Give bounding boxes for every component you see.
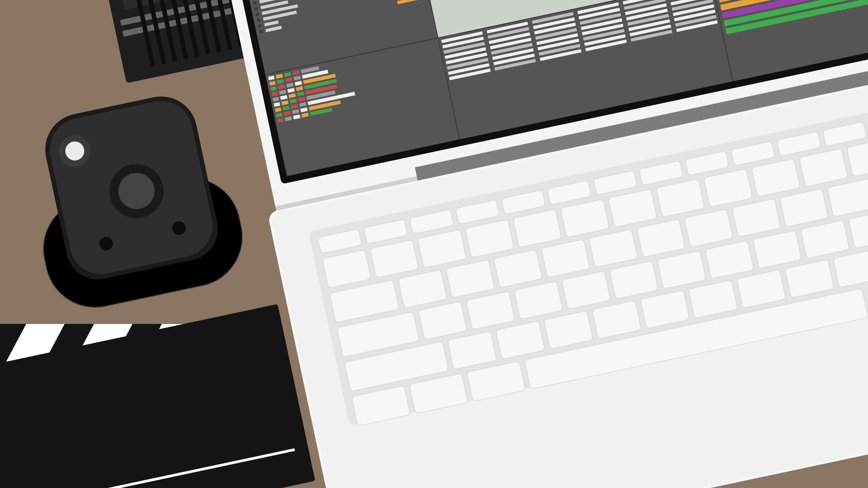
- illustration-scene: [0, 0, 868, 488]
- keyboard-key: [364, 219, 408, 244]
- laptop: [217, 0, 868, 488]
- keyboard-key: [465, 219, 514, 258]
- keyboard-key: [370, 239, 419, 278]
- keyboard-key: [608, 189, 657, 228]
- keyboard-key: [493, 249, 542, 288]
- keyboard-key: [685, 151, 729, 176]
- keyboard-key: [688, 280, 738, 319]
- keyboard-key: [514, 281, 563, 320]
- keyboard-key: [561, 271, 611, 309]
- keyboard-key: [446, 259, 495, 298]
- keyboard-key: [418, 301, 467, 340]
- keyboard-key: [799, 148, 848, 187]
- keyboard-key: [417, 229, 466, 268]
- keyboard-key: [513, 209, 562, 248]
- keyboard-key: [822, 122, 867, 147]
- keyboard-key: [684, 209, 733, 248]
- keyboard-key: [753, 230, 802, 269]
- keyboard-key: [447, 331, 497, 370]
- keyboard-key: [467, 361, 526, 402]
- keyboard-key: [318, 229, 362, 254]
- keyboard-key: [398, 269, 447, 308]
- keyboard-key: [833, 249, 868, 288]
- film-clapperboard: [0, 250, 327, 488]
- keyboard-key: [639, 160, 683, 186]
- keyboard-key: [827, 178, 868, 217]
- keyboard-key: [547, 180, 592, 205]
- keyboard-key: [779, 188, 829, 227]
- keyboard-key: [351, 385, 410, 426]
- keyboard-key: [322, 250, 371, 288]
- keyboard-key: [409, 373, 468, 414]
- keyboard-key: [657, 251, 706, 289]
- keyboard-key: [592, 300, 642, 339]
- keyboard-key: [776, 131, 821, 156]
- keyboard-key: [589, 229, 638, 267]
- keyboard-key: [544, 311, 593, 349]
- keyboard-key: [455, 199, 500, 225]
- panel-timeline[interactable]: [712, 0, 868, 81]
- keyboard-key: [846, 138, 868, 177]
- keyboard-key: [784, 259, 834, 298]
- keyboard-key: [560, 199, 610, 238]
- keyboard-key: [867, 276, 868, 317]
- keyboard-key: [656, 179, 705, 217]
- keyboard-key: [737, 269, 786, 308]
- keyboard-key: [731, 141, 775, 166]
- keyboard-key: [751, 158, 800, 197]
- keyboard-key: [466, 291, 515, 330]
- keyboard-key: [848, 210, 868, 249]
- keyboard-key: [705, 240, 754, 279]
- keyboard-key: [704, 168, 752, 207]
- dslr-camera: [28, 79, 235, 296]
- keyboard-key: [640, 290, 690, 329]
- keyboard-key: [800, 220, 850, 259]
- keyboard-key: [501, 190, 546, 215]
- keyboard-key: [541, 239, 590, 278]
- property-row[interactable]: [259, 0, 426, 33]
- keyboard-key: [409, 209, 454, 234]
- keyboard-key: [495, 321, 545, 360]
- keyboard-key: [732, 199, 781, 237]
- keyboard-key: [593, 170, 638, 195]
- keyboard-key: [609, 260, 658, 299]
- keyboard-key: [636, 219, 685, 258]
